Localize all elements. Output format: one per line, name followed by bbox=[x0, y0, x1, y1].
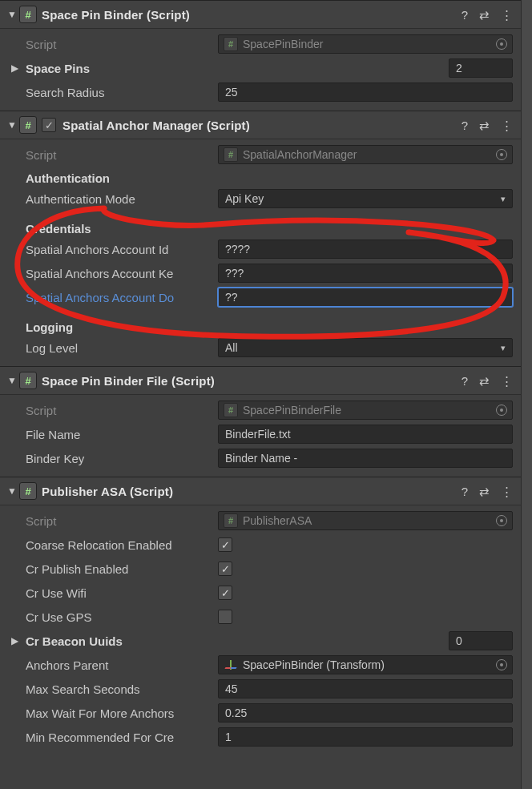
scrollbar[interactable] bbox=[521, 0, 532, 789]
kebab-menu-icon[interactable]: ⋮ bbox=[501, 485, 511, 497]
cr-use-wifi-checkbox[interactable]: ✓ bbox=[218, 586, 232, 600]
component-enable-checkbox[interactable]: ✓ bbox=[42, 118, 56, 132]
min-rec-value: 1 bbox=[225, 727, 232, 747]
space-pins-count-field[interactable]: 2 bbox=[449, 58, 513, 78]
script-label: Script bbox=[26, 38, 218, 51]
script-asset-icon: # bbox=[224, 37, 238, 51]
auth-mode-value: Api Key bbox=[225, 189, 264, 208]
auth-mode-dropdown[interactable]: Api Key ▾ bbox=[218, 189, 513, 208]
logging-heading: Logging bbox=[0, 309, 521, 336]
script-value: SpacePinBinder bbox=[243, 34, 323, 54]
search-radius-label: Search Radius bbox=[26, 86, 218, 99]
max-search-sec-label: Max Search Seconds bbox=[26, 682, 218, 696]
preset-icon[interactable]: ⇄ bbox=[479, 9, 490, 21]
chevron-down-icon: ▾ bbox=[501, 189, 506, 208]
cr-beacon-label: Cr Beacon Uuids bbox=[26, 634, 218, 648]
coarse-reloc-checkbox[interactable]: ✓ bbox=[218, 537, 232, 552]
foldout-icon[interactable]: ▼ bbox=[6, 485, 18, 497]
foldout-icon[interactable]: ▶ bbox=[11, 62, 22, 74]
search-radius-value: 25 bbox=[225, 83, 238, 102]
account-id-label: Spatial Anchors Account Id bbox=[26, 243, 218, 256]
account-key-value: ??? bbox=[225, 264, 244, 283]
component-header-spatial-anchor-manager[interactable]: ▼ # ✓ Spatial Anchor Manager (Script) ? … bbox=[0, 111, 521, 139]
component-title: Spatial Anchor Manager (Script) bbox=[62, 119, 461, 132]
script-asset-icon: # bbox=[224, 513, 238, 528]
object-picker-icon[interactable] bbox=[496, 515, 507, 526]
kebab-menu-icon[interactable]: ⋮ bbox=[501, 375, 511, 387]
account-domain-field[interactable]: ?? bbox=[218, 288, 513, 307]
cr-use-gps-checkbox[interactable] bbox=[218, 610, 232, 624]
account-key-field[interactable]: ??? bbox=[218, 264, 513, 283]
script-label: Script bbox=[26, 514, 218, 528]
help-icon[interactable]: ? bbox=[461, 119, 468, 131]
foldout-icon[interactable]: ▼ bbox=[6, 375, 18, 386]
cr-beacon-count-field[interactable]: 0 bbox=[449, 631, 513, 650]
max-wait-field[interactable]: 0.25 bbox=[218, 703, 513, 723]
auth-mode-label: Authentication Mode bbox=[26, 192, 218, 206]
transform-icon bbox=[224, 658, 238, 672]
anchors-parent-field[interactable]: SpacePinBinder (Transform) bbox=[218, 655, 513, 674]
script-label: Script bbox=[26, 404, 218, 417]
preset-icon[interactable]: ⇄ bbox=[479, 375, 490, 387]
kebab-menu-icon[interactable]: ⋮ bbox=[501, 9, 511, 21]
credentials-heading: Credentials bbox=[0, 211, 521, 237]
kebab-menu-icon[interactable]: ⋮ bbox=[501, 119, 511, 131]
object-picker-icon[interactable] bbox=[496, 405, 507, 416]
object-picker-icon[interactable] bbox=[496, 659, 507, 670]
preset-icon[interactable]: ⇄ bbox=[479, 119, 490, 131]
script-asset-icon: # bbox=[224, 403, 238, 417]
log-level-value: All bbox=[225, 338, 238, 357]
script-object-field[interactable]: # SpatialAnchorManager bbox=[218, 145, 513, 164]
cr-publish-checkbox[interactable]: ✓ bbox=[218, 562, 232, 576]
account-id-value: ???? bbox=[225, 240, 250, 259]
account-key-label: Spatial Anchors Account Ke bbox=[26, 267, 218, 280]
account-domain-value: ?? bbox=[225, 288, 238, 307]
min-rec-field[interactable]: 1 bbox=[218, 727, 513, 747]
script-value: PublisherASA bbox=[243, 511, 312, 530]
cr-publish-label: Cr Publish Enabled bbox=[26, 562, 218, 576]
script-icon: # bbox=[19, 116, 37, 134]
help-icon[interactable]: ? bbox=[461, 375, 468, 387]
coarse-reloc-label: Coarse Relocation Enabled bbox=[26, 538, 218, 552]
file-name-field[interactable]: BinderFile.txt bbox=[218, 425, 513, 444]
component-title: Space Pin Binder (Script) bbox=[42, 8, 461, 22]
script-value: SpacePinBinderFile bbox=[243, 401, 341, 420]
script-label: Script bbox=[26, 148, 218, 162]
script-object-field[interactable]: # SpacePinBinder bbox=[218, 34, 513, 54]
log-level-dropdown[interactable]: All ▾ bbox=[218, 338, 513, 357]
search-radius-field[interactable]: 25 bbox=[218, 83, 513, 102]
cr-use-wifi-label: Cr Use Wifi bbox=[26, 586, 218, 600]
file-name-value: BinderFile.txt bbox=[225, 425, 291, 444]
space-pins-label: Space Pins bbox=[26, 62, 218, 75]
component-header-space-pin-binder-file[interactable]: ▼ # Space Pin Binder File (Script) ? ⇄ ⋮ bbox=[0, 366, 521, 395]
script-icon: # bbox=[19, 372, 37, 389]
help-icon[interactable]: ? bbox=[461, 9, 468, 21]
object-picker-icon[interactable] bbox=[496, 38, 507, 50]
max-wait-value: 0.25 bbox=[225, 703, 247, 723]
anchors-parent-value: SpacePinBinder (Transform) bbox=[243, 655, 385, 674]
account-id-field[interactable]: ???? bbox=[218, 240, 513, 259]
max-search-sec-value: 45 bbox=[225, 679, 238, 698]
binder-key-label: Binder Key bbox=[26, 452, 218, 465]
log-level-label: Log Level bbox=[26, 341, 218, 355]
script-icon: # bbox=[19, 6, 37, 23]
space-pins-count: 2 bbox=[456, 58, 462, 78]
cr-use-gps-label: Cr Use GPS bbox=[26, 610, 218, 624]
script-object-field[interactable]: # SpacePinBinderFile bbox=[218, 401, 513, 420]
component-title: Space Pin Binder File (Script) bbox=[42, 374, 461, 388]
max-wait-label: Max Wait For More Anchors bbox=[26, 706, 218, 720]
component-header-space-pin-binder[interactable]: ▼ # Space Pin Binder (Script) ? ⇄ ⋮ bbox=[0, 0, 521, 29]
min-rec-label: Min Recommended For Cre bbox=[26, 731, 218, 744]
help-icon[interactable]: ? bbox=[461, 485, 468, 497]
foldout-icon[interactable]: ▶ bbox=[11, 635, 22, 646]
preset-icon[interactable]: ⇄ bbox=[479, 485, 490, 497]
binder-key-field[interactable]: Binder Name - bbox=[218, 449, 513, 468]
max-search-sec-field[interactable]: 45 bbox=[218, 679, 513, 698]
object-picker-icon[interactable] bbox=[496, 149, 507, 160]
foldout-icon[interactable]: ▼ bbox=[6, 9, 18, 20]
component-header-publisher-asa[interactable]: ▼ # Publisher ASA (Script) ? ⇄ ⋮ bbox=[0, 477, 521, 505]
foldout-icon[interactable]: ▼ bbox=[6, 119, 18, 131]
file-name-label: File Name bbox=[26, 428, 218, 441]
authentication-heading: Authentication bbox=[0, 167, 521, 187]
script-object-field[interactable]: # PublisherASA bbox=[218, 511, 513, 530]
